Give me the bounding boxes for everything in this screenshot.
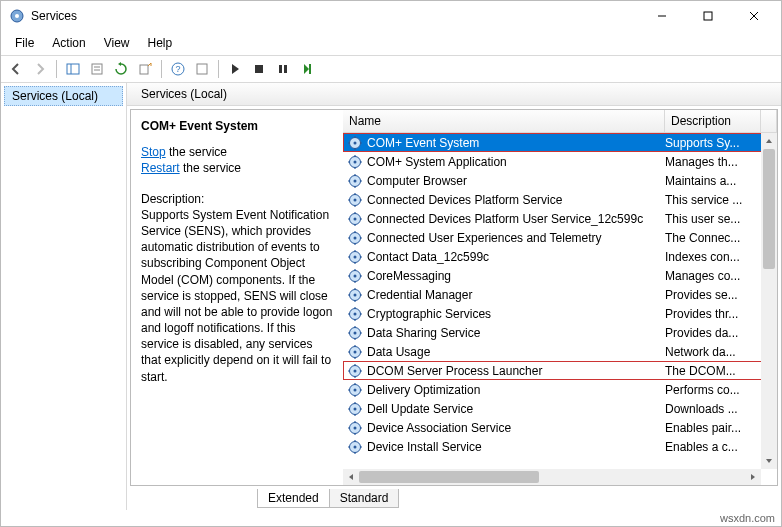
column-description[interactable]: Description xyxy=(665,110,761,132)
horizontal-scrollbar[interactable] xyxy=(343,469,761,485)
restart-service-button[interactable] xyxy=(296,58,318,80)
stop-service-button[interactable] xyxy=(248,58,270,80)
scroll-up-icon[interactable] xyxy=(761,133,777,149)
svg-point-78 xyxy=(354,312,357,315)
service-desc: Enables pair... xyxy=(665,421,761,435)
gear-icon xyxy=(347,249,363,265)
service-desc: Network da... xyxy=(665,345,761,359)
service-desc: The Connec... xyxy=(665,231,761,245)
service-row[interactable]: Data Sharing ServiceProvides da... xyxy=(343,323,777,342)
scroll-down-icon[interactable] xyxy=(761,453,777,469)
service-row[interactable]: Connected Devices Platform User Service_… xyxy=(343,209,777,228)
svg-point-48 xyxy=(354,217,357,220)
svg-rect-18 xyxy=(309,64,311,74)
svg-rect-16 xyxy=(279,65,282,73)
service-desc: Manages co... xyxy=(665,269,761,283)
service-desc: Provides se... xyxy=(665,288,761,302)
svg-point-96 xyxy=(354,369,357,372)
action-button[interactable] xyxy=(191,58,213,80)
watermark: wsxdn.com xyxy=(1,510,781,526)
main-body: Services (Local) Services (Local) COM+ E… xyxy=(1,83,781,510)
service-row[interactable]: Computer BrowserMaintains a... xyxy=(343,171,777,190)
service-row[interactable]: Connected User Experiences and Telemetry… xyxy=(343,228,777,247)
service-row[interactable]: DCOM Server Process LauncherThe DCOM... xyxy=(343,361,777,380)
scroll-left-icon[interactable] xyxy=(343,473,359,481)
tree-pane[interactable]: Services (Local) xyxy=(1,83,127,510)
service-row[interactable]: Device Install ServiceEnables a c... xyxy=(343,437,777,456)
start-service-button[interactable] xyxy=(224,58,246,80)
panel-title: Services (Local) xyxy=(141,87,227,101)
export-button[interactable] xyxy=(134,58,156,80)
svg-rect-3 xyxy=(704,12,712,20)
service-row[interactable]: Dell Update ServiceDownloads ... xyxy=(343,399,777,418)
restart-link[interactable]: Restart xyxy=(141,161,180,175)
service-row[interactable]: Delivery OptimizationPerforms co... xyxy=(343,380,777,399)
show-hide-tree-button[interactable] xyxy=(62,58,84,80)
back-button[interactable] xyxy=(5,58,27,80)
toolbar-separator xyxy=(56,60,57,78)
panel-body: COM+ Event System Stop the service Resta… xyxy=(130,109,778,486)
service-row[interactable]: Cryptographic ServicesProvides thr... xyxy=(343,304,777,323)
menu-help[interactable]: Help xyxy=(140,33,181,53)
gear-icon xyxy=(347,192,363,208)
minimize-button[interactable] xyxy=(639,2,685,30)
service-desc: Provides thr... xyxy=(665,307,761,321)
refresh-button[interactable] xyxy=(110,58,132,80)
service-name: Dell Update Service xyxy=(367,402,665,416)
service-row[interactable]: Device Association ServiceEnables pair..… xyxy=(343,418,777,437)
service-row[interactable]: Data UsageNetwork da... xyxy=(343,342,777,361)
stop-link[interactable]: Stop xyxy=(141,145,166,159)
svg-point-84 xyxy=(354,331,357,334)
gear-icon xyxy=(347,230,363,246)
svg-point-66 xyxy=(354,274,357,277)
help-button[interactable]: ? xyxy=(167,58,189,80)
properties-button[interactable] xyxy=(86,58,108,80)
svg-point-54 xyxy=(354,236,357,239)
svg-point-102 xyxy=(354,388,357,391)
svg-text:?: ? xyxy=(175,64,180,74)
service-name: Cryptographic Services xyxy=(367,307,665,321)
service-desc: Manages th... xyxy=(665,155,761,169)
service-rows[interactable]: COM+ Event SystemSupports Sy...COM+ Syst… xyxy=(343,133,777,469)
service-row[interactable]: Credential ManagerProvides se... xyxy=(343,285,777,304)
column-name[interactable]: Name xyxy=(343,110,665,132)
service-row[interactable]: COM+ System ApplicationManages th... xyxy=(343,152,777,171)
svg-rect-8 xyxy=(92,64,102,74)
toolbar-separator xyxy=(218,60,219,78)
maximize-button[interactable] xyxy=(685,2,731,30)
close-button[interactable] xyxy=(731,2,777,30)
gear-icon xyxy=(347,382,363,398)
scroll-thumb-h[interactable] xyxy=(359,471,539,483)
gear-icon xyxy=(347,420,363,436)
service-list[interactable]: Name Description COM+ Event SystemSuppor… xyxy=(343,110,777,485)
gear-icon xyxy=(347,401,363,417)
menu-view[interactable]: View xyxy=(96,33,138,53)
service-row[interactable]: COM+ Event SystemSupports Sy... xyxy=(343,133,777,152)
forward-button[interactable] xyxy=(29,58,51,80)
tab-standard[interactable]: Standard xyxy=(329,489,400,508)
service-name: COM+ Event System xyxy=(367,136,665,150)
service-row[interactable]: CoreMessagingManages co... xyxy=(343,266,777,285)
menu-file[interactable]: File xyxy=(7,33,42,53)
selected-service-name: COM+ Event System xyxy=(141,118,333,134)
scroll-right-icon[interactable] xyxy=(745,473,761,481)
scroll-thumb[interactable] xyxy=(763,149,775,269)
service-row[interactable]: Contact Data_12c599cIndexes con... xyxy=(343,247,777,266)
service-desc: The DCOM... xyxy=(665,364,761,378)
service-name: COM+ System Application xyxy=(367,155,665,169)
restart-service-line: Restart the service xyxy=(141,160,333,176)
toolbar-separator xyxy=(161,60,162,78)
gear-icon xyxy=(347,344,363,360)
tab-extended[interactable]: Extended xyxy=(257,489,330,508)
service-row[interactable]: Connected Devices Platform ServiceThis s… xyxy=(343,190,777,209)
pause-service-button[interactable] xyxy=(272,58,294,80)
svg-point-36 xyxy=(354,179,357,182)
service-name: Credential Manager xyxy=(367,288,665,302)
vertical-scrollbar[interactable] xyxy=(761,133,777,469)
gear-icon xyxy=(347,439,363,455)
menu-action[interactable]: Action xyxy=(44,33,93,53)
svg-rect-6 xyxy=(67,64,79,74)
tree-root-item[interactable]: Services (Local) xyxy=(4,86,123,106)
service-name: Delivery Optimization xyxy=(367,383,665,397)
svg-rect-17 xyxy=(284,65,287,73)
